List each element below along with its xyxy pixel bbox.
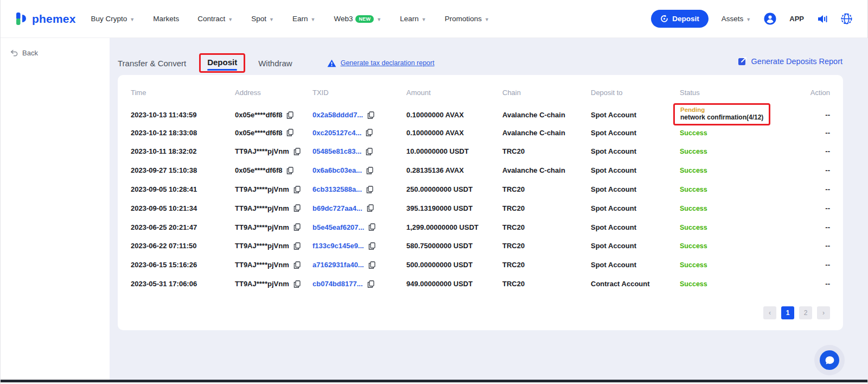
cell-action: -- — [799, 204, 830, 212]
cell-time: 2023-10-12 18:33:08 — [131, 129, 235, 137]
cell-status: Success — [680, 147, 799, 155]
status-success-label: Success — [680, 242, 707, 250]
copy-txid-icon[interactable] — [367, 280, 374, 288]
txid-link[interactable]: 0xc205127c4... — [312, 129, 361, 137]
tab-withdraw[interactable]: Withdraw — [258, 54, 292, 72]
address-text: TT9AJ****pjVnm — [235, 185, 289, 193]
txid-link[interactable]: 05485e81c83... — [312, 147, 361, 155]
cell-action: -- — [799, 111, 830, 119]
copy-address-icon[interactable] — [286, 167, 293, 174]
txid-link[interactable]: a7162931fa40... — [312, 261, 364, 269]
copy-address-icon[interactable] — [286, 111, 293, 119]
copy-txid-icon[interactable] — [368, 261, 375, 269]
cell-time: 2023-06-25 20:21:47 — [131, 223, 235, 231]
cell-address: 0x05e****df6f8 — [235, 111, 312, 119]
cell-deposit-to: Contract Account — [591, 280, 680, 288]
tab-transfer-convert[interactable]: Transfer & Convert — [118, 54, 186, 72]
cell-deposit-to: Spot Account — [591, 166, 680, 174]
address-text: TT9AJ****pjVnm — [235, 204, 289, 212]
cell-deposit-to: Spot Account — [591, 147, 680, 155]
copy-address-icon[interactable] — [293, 280, 301, 288]
txid-link[interactable]: f133c9c145e9... — [312, 242, 364, 250]
cell-action: -- — [799, 185, 830, 193]
status-success-label: Success — [680, 280, 707, 288]
app-link[interactable]: APP — [789, 15, 804, 23]
nav-item-earn[interactable]: Earn▼ — [292, 15, 315, 23]
nav-item-web3[interactable]: Web3NEW▼ — [334, 15, 381, 23]
copy-txid-icon[interactable] — [368, 223, 375, 231]
cell-time: 2023-05-31 17:06:06 — [131, 280, 235, 288]
pagination-page-1[interactable]: 1 — [781, 306, 794, 319]
cell-action: -- — [799, 242, 830, 250]
copy-txid-icon[interactable] — [366, 129, 373, 136]
back-button[interactable]: Back — [10, 49, 110, 57]
column-header-chain: Chain — [502, 89, 591, 97]
nav-item-label: Earn — [292, 15, 308, 23]
phemex-logo[interactable]: phemex — [16, 11, 76, 26]
cell-amount: 949.00000000 USDT — [406, 280, 502, 288]
copy-txid-icon[interactable] — [366, 186, 373, 193]
cell-address: TT9AJ****pjVnm — [235, 261, 312, 269]
txid-link[interactable]: 0x6a6bc03ea... — [312, 166, 362, 174]
status-success-label: Success — [680, 167, 707, 174]
pagination-page-2[interactable]: 2 — [799, 306, 812, 319]
cell-amount: 0.10000000 AVAX — [406, 111, 502, 119]
column-header-address: Address — [235, 89, 312, 97]
copy-address-icon[interactable] — [293, 204, 301, 212]
copy-txid-icon[interactable] — [367, 204, 374, 212]
copy-txid-icon[interactable] — [368, 242, 375, 250]
chevron-down-icon: ▼ — [746, 17, 751, 22]
main-content: Transfer & Convert Deposit Withdraw Gene… — [110, 38, 868, 381]
top-navbar: phemex Buy Crypto▼MarketsContract▼Spot▼E… — [1, 0, 867, 38]
copy-address-icon[interactable] — [293, 242, 301, 250]
status-success-label: Success — [680, 148, 707, 155]
copy-address-icon[interactable] — [293, 223, 301, 231]
chat-support-button[interactable] — [820, 350, 839, 370]
cell-address: 0x05e****df6f8 — [235, 166, 312, 174]
account-button[interactable] — [764, 12, 776, 25]
txid-link[interactable]: b69dc727aa4... — [312, 204, 362, 212]
pagination-prev-button[interactable]: ‹ — [763, 306, 776, 319]
copy-address-icon[interactable] — [293, 148, 301, 155]
copy-address-icon[interactable] — [293, 261, 301, 269]
nav-item-spot[interactable]: Spot▼ — [251, 15, 274, 23]
copy-txid-icon[interactable] — [367, 111, 374, 119]
cell-deposit-to: Spot Account — [591, 111, 680, 119]
address-text: TT9AJ****pjVnm — [235, 242, 289, 250]
nav-item-markets[interactable]: Markets — [153, 15, 179, 23]
copy-address-icon[interactable] — [286, 129, 293, 136]
cell-status: Success — [680, 204, 799, 212]
nav-item-buy-crypto[interactable]: Buy Crypto▼ — [91, 15, 135, 23]
txid-link[interactable]: 6cb3132588a... — [312, 185, 362, 193]
announcements-button[interactable] — [817, 14, 828, 24]
copy-txid-icon[interactable] — [366, 167, 373, 174]
cell-amount: 10.00000000 USDT — [406, 147, 502, 155]
copy-txid-icon[interactable] — [366, 148, 373, 155]
assets-menu[interactable]: Assets ▼ — [722, 15, 751, 23]
cell-address: TT9AJ****pjVnm — [235, 147, 312, 155]
cell-chain: TRC20 — [502, 280, 591, 288]
cell-amount: 500.00000000 USDT — [406, 261, 502, 269]
cell-status: Success — [680, 261, 799, 269]
language-button[interactable] — [841, 13, 852, 24]
cell-deposit-to: Spot Account — [591, 185, 680, 193]
generate-deposits-report-link[interactable]: Generate Deposits Report — [738, 56, 843, 66]
tab-deposit[interactable]: Deposit — [207, 58, 237, 67]
cell-deposit-to: Spot Account — [591, 242, 680, 250]
cell-chain: TRC20 — [502, 147, 591, 155]
nav-item-learn[interactable]: Learn▼ — [400, 15, 426, 23]
export-report-icon — [738, 56, 747, 66]
pagination-next-button[interactable]: › — [817, 306, 830, 319]
cell-time: 2023-09-27 15:10:38 — [131, 166, 235, 174]
nav-item-contract[interactable]: Contract▼ — [197, 15, 233, 23]
chevron-down-icon: ▼ — [484, 17, 489, 22]
phemex-logo-icon — [16, 11, 28, 26]
nav-item-promotions[interactable]: Promotions▼ — [445, 15, 489, 23]
tax-declaration-link[interactable]: Generate tax declaration report — [327, 59, 435, 67]
txid-link[interactable]: 0x2a58dddd7... — [312, 111, 363, 119]
txid-link[interactable]: cb074bd8177... — [312, 280, 363, 288]
cell-amount: 395.13190000 USDT — [406, 204, 502, 212]
deposit-button[interactable]: Deposit — [651, 10, 709, 28]
copy-address-icon[interactable] — [293, 186, 301, 193]
txid-link[interactable]: b5e45eaf6207... — [312, 223, 364, 231]
